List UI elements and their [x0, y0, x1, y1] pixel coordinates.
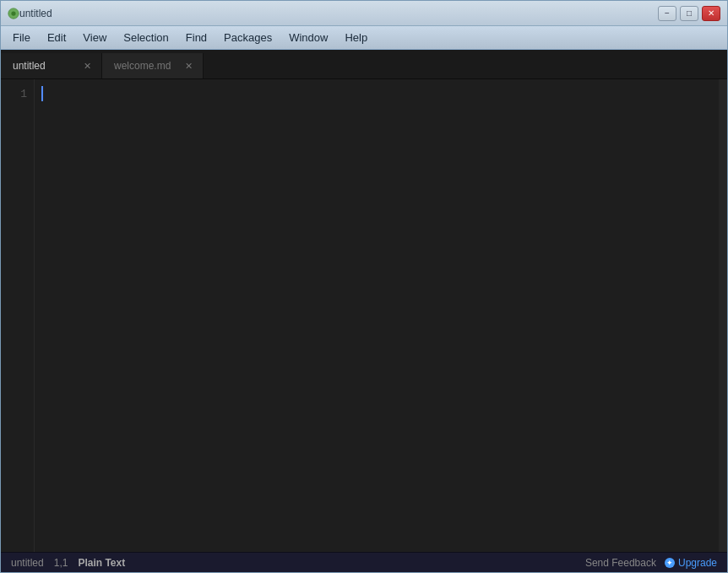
tabbar: untitled ✕ welcome.md ✕: [1, 50, 727, 79]
status-syntax[interactable]: Plain Text: [78, 557, 125, 569]
statusbar: untitled 1,1 Plain Text Send Feedback ✦ …: [1, 552, 727, 572]
menu-edit[interactable]: Edit: [39, 28, 74, 47]
editor-container[interactable]: 1: [1, 79, 727, 552]
status-filename: untitled: [11, 557, 44, 569]
send-feedback-button[interactable]: Send Feedback: [585, 557, 656, 569]
line-number-1: 1: [1, 86, 34, 103]
scrollbar[interactable]: [719, 79, 727, 552]
line-numbers: 1: [1, 79, 35, 552]
tab-untitled-close[interactable]: ✕: [82, 62, 93, 71]
editor-area[interactable]: [35, 79, 719, 552]
titlebar: untitled − □ ✕: [1, 1, 727, 26]
maximize-button[interactable]: □: [680, 6, 698, 21]
menu-selection[interactable]: Selection: [115, 28, 177, 47]
status-right: Send Feedback ✦ Upgrade: [585, 557, 717, 569]
menu-packages[interactable]: Packages: [215, 28, 280, 47]
app-logo-icon: [8, 8, 19, 19]
upgrade-button[interactable]: ✦ Upgrade: [665, 557, 717, 569]
window-controls: − □ ✕: [658, 6, 720, 21]
close-button[interactable]: ✕: [702, 6, 720, 21]
menu-find[interactable]: Find: [177, 28, 215, 47]
menu-help[interactable]: Help: [336, 28, 376, 47]
upgrade-label: Upgrade: [678, 557, 717, 569]
tab-untitled-label: untitled: [13, 60, 75, 72]
menubar: File Edit View Selection Find Packages W…: [1, 26, 727, 50]
menu-window[interactable]: Window: [280, 28, 336, 47]
menu-view[interactable]: View: [74, 28, 115, 47]
status-position: 1,1: [54, 557, 68, 569]
minimize-button[interactable]: −: [658, 6, 676, 21]
tab-welcome-md-label: welcome.md: [114, 60, 177, 72]
menu-file[interactable]: File: [4, 28, 39, 47]
status-left: untitled 1,1 Plain Text: [11, 557, 585, 569]
tab-welcome-md-close[interactable]: ✕: [183, 62, 194, 71]
svg-point-1: [11, 11, 15, 15]
tab-untitled[interactable]: untitled ✕: [1, 53, 102, 78]
upgrade-icon: ✦: [665, 558, 675, 568]
tab-welcome-md[interactable]: welcome.md ✕: [102, 53, 204, 78]
cursor: [41, 86, 43, 101]
titlebar-title: untitled: [19, 8, 658, 19]
